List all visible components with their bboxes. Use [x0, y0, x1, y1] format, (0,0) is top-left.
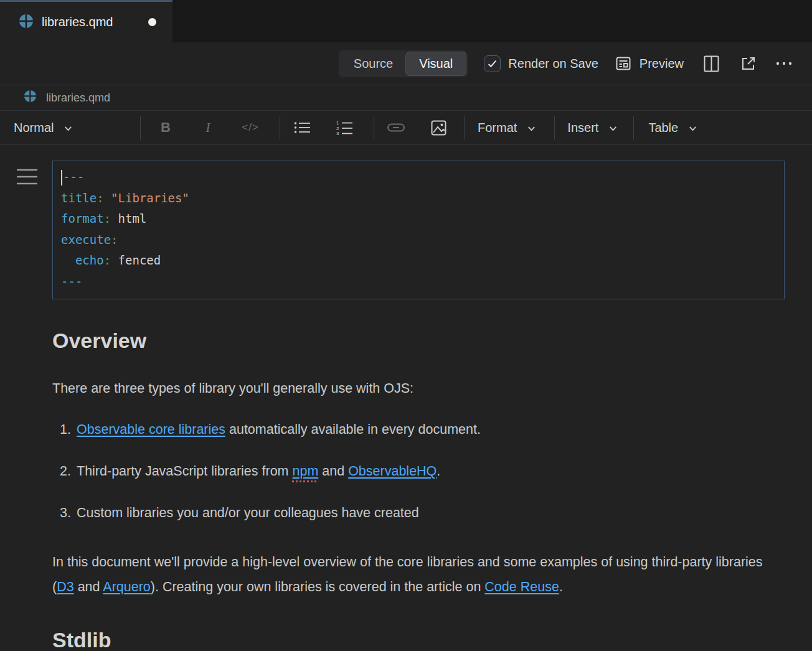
code-line: echo: fenced — [61, 250, 776, 271]
intro-paragraph: There are three types of library you'll … — [52, 381, 785, 396]
code-token-key: execute — [61, 233, 111, 246]
source-visual-toggle: Source Visual — [339, 50, 468, 77]
code-token-key: --- — [61, 274, 82, 288]
misspelled-word: npm — [292, 464, 318, 479]
text-cursor — [61, 170, 62, 185]
image-button[interactable] — [417, 120, 460, 136]
italic-button[interactable]: I — [187, 119, 229, 136]
breadcrumb: libraries.qmd — [0, 85, 812, 111]
render-on-save-label: Render on Save — [508, 57, 598, 71]
list-item-number: 3. — [52, 505, 71, 521]
preview-icon — [615, 55, 632, 72]
doc-link[interactable]: npm — [292, 464, 318, 479]
list-item: 3.Custom libraries you and/or your colle… — [52, 505, 785, 521]
bullet-list-icon — [294, 121, 311, 134]
paragraph-style-value: Normal — [14, 121, 54, 135]
image-icon — [431, 120, 446, 136]
link-button[interactable] — [375, 123, 417, 133]
block-drag-handle-icon[interactable] — [17, 168, 37, 188]
list-item: 1.Observable core libraries automaticall… — [52, 422, 785, 438]
code-token-plain — [111, 253, 118, 267]
code-token-plain: html — [118, 212, 147, 225]
code-token-colon: : — [111, 233, 118, 246]
chevron-down-icon — [608, 123, 618, 134]
text-segment: automatically available in every documen… — [225, 422, 481, 437]
tab-label: libraries.qmd — [42, 15, 113, 29]
doc-link[interactable]: Code Reuse — [484, 579, 559, 594]
visual-editor-canvas[interactable]: ---title: "Libraries"format: htmlexecute… — [0, 145, 812, 651]
code-token-string: "Libraries" — [111, 191, 189, 205]
source-mode-button[interactable]: Source — [341, 52, 406, 75]
text-segment: and — [74, 579, 103, 594]
split-editor-icon — [704, 55, 719, 72]
toolbar-separator — [554, 116, 555, 139]
paragraph-style-dropdown[interactable]: Normal — [14, 121, 92, 135]
code-token-colon: : — [97, 191, 103, 205]
chevron-down-icon — [63, 123, 73, 134]
numbered-list-icon: 1 2 3 — [336, 120, 353, 135]
doc-link[interactable]: Arquero — [103, 579, 151, 594]
text-segment: Third-party JavaScript libraries from — [77, 464, 292, 479]
render-on-save-checkbox[interactable] — [484, 55, 501, 72]
code-line: format: html — [61, 208, 776, 230]
text-segment: Custom libraries you and/or your colleag… — [77, 505, 419, 520]
checkmark-icon — [487, 59, 498, 69]
render-on-save-group: Render on Save — [484, 55, 598, 72]
list-item-number: 2. — [52, 464, 71, 479]
tab-libraries-qmd[interactable]: libraries.qmd — [0, 0, 172, 42]
link-icon — [387, 123, 405, 133]
format-menu[interactable]: Format — [478, 121, 537, 135]
toolbar-separator — [280, 116, 280, 139]
preview-button[interactable]: Preview — [615, 55, 684, 72]
more-actions-button[interactable] — [775, 61, 793, 66]
quarto-file-icon-small — [24, 90, 37, 106]
code-token-plain — [104, 191, 111, 205]
toolbar-separator — [464, 116, 465, 139]
list-item-number: 1. — [52, 422, 71, 438]
code-line: --- — [61, 271, 776, 293]
open-external-button[interactable] — [740, 55, 757, 72]
yaml-frontmatter-block[interactable]: ---title: "Libraries"format: htmlexecute… — [52, 161, 785, 299]
code-token-key: title — [61, 191, 97, 205]
chevron-down-icon — [687, 123, 698, 134]
tab-strip: libraries.qmd — [0, 0, 812, 42]
visual-mode-button[interactable]: Visual — [406, 52, 466, 75]
bullet-list-button[interactable] — [281, 121, 323, 134]
toolbar-separator — [374, 116, 374, 139]
list-item-text: Observable core libraries automatically … — [77, 422, 481, 438]
code-token-plain — [61, 253, 75, 267]
list-item-text: Third-party JavaScript libraries from np… — [77, 464, 440, 479]
editor-action-bar: Source Visual Render on Save Preview — [0, 42, 812, 85]
text-segment: ). Creating your own libraries is covere… — [151, 579, 485, 594]
open-external-icon — [740, 55, 757, 72]
code-button[interactable]: </> — [229, 121, 271, 134]
doc-link[interactable]: D3 — [57, 579, 73, 594]
doc-link[interactable]: Observable core libraries — [77, 422, 225, 437]
numbered-list-button[interactable]: 1 2 3 — [323, 120, 366, 135]
table-menu[interactable]: Table — [648, 121, 698, 135]
code-line: execute: — [61, 230, 776, 251]
split-editor-button[interactable] — [704, 55, 719, 72]
text-segment: and — [318, 464, 348, 479]
bold-button[interactable]: B — [144, 119, 187, 136]
quarto-file-icon — [19, 14, 34, 31]
code-line: title: "Libraries" — [61, 188, 776, 209]
numbered-list: 1.Observable core libraries automaticall… — [52, 422, 785, 521]
code-token-plain — [111, 212, 118, 225]
code-line: --- — [61, 167, 776, 188]
breadcrumb-file[interactable]: libraries.qmd — [46, 91, 110, 105]
svg-text:3: 3 — [336, 131, 339, 135]
code-token-key: format — [61, 212, 104, 225]
code-token-colon: : — [104, 253, 111, 267]
body-paragraph: In this document we'll provide a high-le… — [52, 550, 765, 599]
text-segment: . — [559, 579, 563, 594]
format-toolbar: Normal B I </> 1 2 3 — [0, 111, 812, 145]
code-token-plain: fenced — [118, 253, 161, 267]
doc-link[interactable]: ObservableHQ — [348, 464, 437, 479]
list-item: 2.Third-party JavaScript libraries from … — [52, 464, 785, 479]
ellipsis-icon — [775, 61, 793, 66]
unsaved-changes-dot[interactable] — [148, 18, 156, 26]
insert-menu[interactable]: Insert — [567, 121, 618, 135]
toolbar-separator — [633, 116, 634, 139]
code-token-key: --- — [63, 170, 84, 184]
